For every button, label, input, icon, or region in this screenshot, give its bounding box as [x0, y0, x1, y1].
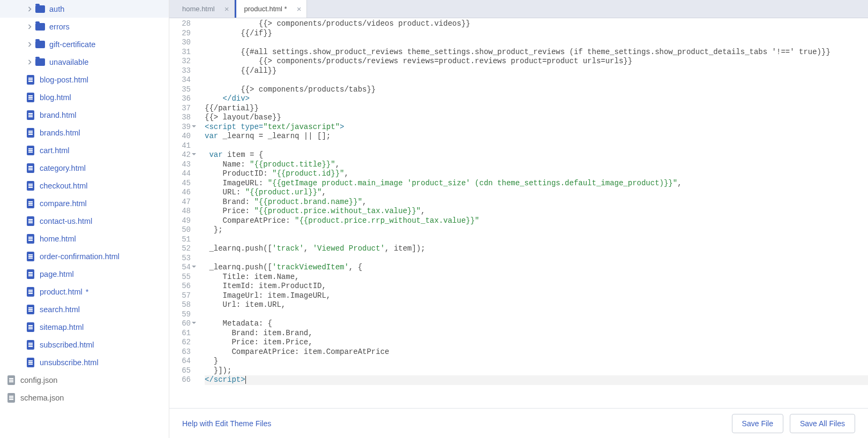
file-blog.html[interactable]: blog.html: [0, 88, 169, 106]
cursor: [245, 376, 246, 384]
file-label: blog.html: [40, 93, 71, 102]
file-icon: [27, 181, 34, 191]
line-gutter: 2829303132333435363738394041424344454647…: [169, 18, 195, 408]
code-line-53[interactable]: [205, 254, 868, 263]
file-subscribed.html[interactable]: subscribed.html: [0, 336, 169, 353]
file-label: brand.html: [40, 111, 77, 119]
code-line-31[interactable]: {{#all settings.show_product_reviews the…: [205, 48, 868, 57]
code-line-34[interactable]: [205, 75, 868, 85]
folder-icon: [35, 41, 45, 48]
file-icon: [27, 269, 34, 279]
code-line-58[interactable]: Url: item.URL,: [205, 300, 868, 310]
code-line-48[interactable]: Price: "{{product.price.without_tax.valu…: [205, 207, 868, 216]
tab-label: product.html *: [244, 5, 287, 13]
code-line-35[interactable]: {{> components/products/tabs}}: [205, 85, 868, 95]
file-icon: [8, 375, 15, 385]
code-line-46[interactable]: URL: "{{product.url}}",: [205, 188, 868, 198]
file-brands.html[interactable]: brands.html: [0, 124, 169, 141]
code-line-54[interactable]: _learnq.push(['trackViewedItem', {: [205, 263, 868, 273]
file-icon: [27, 358, 34, 367]
file-icon: [27, 199, 34, 208]
file-checkout.html[interactable]: checkout.html: [0, 177, 169, 194]
file-unsubscribe.html[interactable]: unsubscribe.html: [0, 353, 169, 371]
folder-auth[interactable]: auth: [0, 0, 169, 18]
code-line-60[interactable]: Metadata: {: [205, 319, 868, 329]
folder-label: gift-certificate: [49, 40, 95, 49]
code-line-39[interactable]: <script type="text/javascript">: [205, 123, 868, 132]
editor-footer: Help with Edit Theme Files Save File Sav…: [169, 408, 868, 438]
close-icon[interactable]: ×: [225, 4, 229, 13]
file-label: subscribed.html: [40, 341, 94, 349]
save-all-files-button[interactable]: Save All Files: [790, 414, 855, 433]
file-page.html[interactable]: page.html: [0, 265, 169, 283]
code-line-28[interactable]: {{> components/products/videos product.v…: [205, 19, 868, 29]
code-line-57[interactable]: ImageUrl: item.ImageURL,: [205, 291, 868, 301]
file-sitemap.html[interactable]: sitemap.html: [0, 318, 169, 336]
code-line-41[interactable]: [205, 141, 868, 151]
file-icon: [27, 146, 34, 155]
file-label: home.html: [40, 235, 76, 243]
file-label: cart.html: [40, 146, 70, 155]
code-line-36[interactable]: </div>: [205, 94, 868, 104]
file-brand.html[interactable]: brand.html: [0, 106, 169, 124]
code-line-29[interactable]: {{/if}}: [205, 29, 868, 39]
code-line-65[interactable]: }]);: [205, 366, 868, 376]
code-line-55[interactable]: Title: item.Name,: [205, 273, 868, 282]
folder-unavailable[interactable]: unavailable: [0, 53, 169, 71]
tab-product-html-[interactable]: product.html *×: [235, 0, 307, 18]
code-line-32[interactable]: {{> components/products/reviews reviews=…: [205, 57, 868, 66]
file-search.html[interactable]: search.html: [0, 300, 169, 318]
file-blog-post.html[interactable]: blog-post.html: [0, 71, 169, 88]
code-line-43[interactable]: Name: "{{product.title}}",: [205, 160, 868, 170]
code-line-38[interactable]: {{> layout/base}}: [205, 113, 868, 123]
root-file-config.json[interactable]: config.json: [0, 371, 169, 389]
folder-label: errors: [49, 22, 70, 31]
file-tree-sidebar[interactable]: autherrorsgift-certificateunavailable bl…: [0, 0, 169, 438]
code-line-47[interactable]: Brand: "{{product.brand.name}}",: [205, 198, 868, 207]
file-icon: [27, 216, 34, 226]
help-link[interactable]: Help with Edit Theme Files: [182, 419, 271, 428]
code-line-42[interactable]: var item = {: [205, 150, 868, 160]
code-line-52[interactable]: _learnq.push(['track', 'Viewed Product',…: [205, 244, 868, 254]
file-home.html[interactable]: home.html: [0, 230, 169, 247]
code-line-61[interactable]: Brand: item.Brand,: [205, 329, 868, 338]
save-file-button[interactable]: Save File: [732, 414, 783, 433]
root-file-schema.json[interactable]: schema.json: [0, 389, 169, 406]
file-label: contact-us.html: [40, 217, 92, 225]
file-icon: [8, 393, 15, 403]
file-compare.html[interactable]: compare.html: [0, 194, 169, 212]
code-line-66[interactable]: </script>: [205, 375, 868, 385]
code-line-50[interactable]: };: [205, 225, 868, 235]
code-line-45[interactable]: ImageURL: "{{getImage product.main_image…: [205, 179, 868, 188]
code-editor[interactable]: 2829303132333435363738394041424344454647…: [169, 18, 868, 408]
file-label: page.html: [40, 270, 74, 278]
code-line-30[interactable]: [205, 38, 868, 48]
code-line-59[interactable]: [205, 310, 868, 320]
file-contact-us.html[interactable]: contact-us.html: [0, 212, 169, 230]
folder-label: auth: [49, 5, 64, 13]
code-line-62[interactable]: Price: item.Price,: [205, 338, 868, 348]
file-label: unsubscribe.html: [40, 358, 99, 367]
file-order-confirmation.html[interactable]: order-confirmation.html: [0, 247, 169, 265]
caret-icon: [27, 6, 32, 12]
file-cart.html[interactable]: cart.html: [0, 141, 169, 159]
file-icon: [27, 305, 34, 314]
code-line-37[interactable]: {{/partial}}: [205, 104, 868, 114]
file-icon: [27, 252, 34, 261]
code-area[interactable]: {{> components/products/videos product.v…: [195, 18, 868, 408]
code-line-51[interactable]: [205, 235, 868, 245]
close-icon[interactable]: ×: [297, 4, 302, 13]
code-line-40[interactable]: var _learnq = _learnq || [];: [205, 132, 868, 141]
tab-home-html[interactable]: home.html×: [175, 0, 235, 18]
code-line-49[interactable]: CompareAtPrice: "{{product.price.rrp_wit…: [205, 216, 868, 226]
code-line-63[interactable]: CompareAtPrice: item.CompareAtPrice: [205, 348, 868, 357]
file-label: schema.json: [20, 394, 64, 402]
file-product.html[interactable]: product.html *: [0, 283, 169, 300]
code-line-56[interactable]: ItemId: item.ProductID,: [205, 282, 868, 291]
folder-errors[interactable]: errors: [0, 18, 169, 35]
folder-gift-certificate[interactable]: gift-certificate: [0, 35, 169, 53]
code-line-33[interactable]: {{/all}}: [205, 66, 868, 76]
code-line-44[interactable]: ProductID: "{{product.id}}",: [205, 169, 868, 179]
code-line-64[interactable]: }: [205, 357, 868, 366]
file-category.html[interactable]: category.html: [0, 159, 169, 177]
